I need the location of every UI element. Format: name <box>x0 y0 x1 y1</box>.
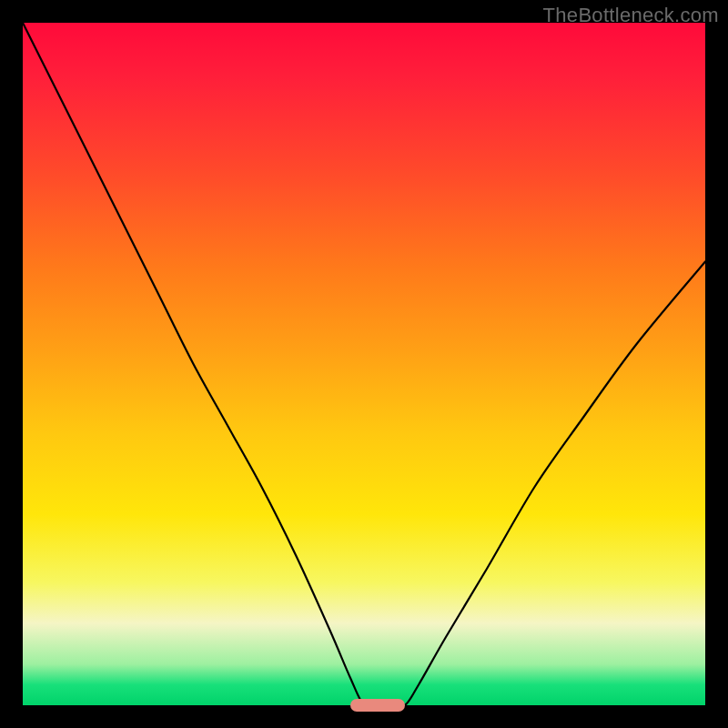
optimal-range-marker <box>350 699 405 712</box>
bottleneck-curve <box>23 23 705 707</box>
plot-area <box>23 23 705 705</box>
watermark-text: TheBottleneck.com <box>543 4 719 27</box>
chart-container: TheBottleneck.com <box>0 0 728 728</box>
curve-svg <box>23 23 705 705</box>
